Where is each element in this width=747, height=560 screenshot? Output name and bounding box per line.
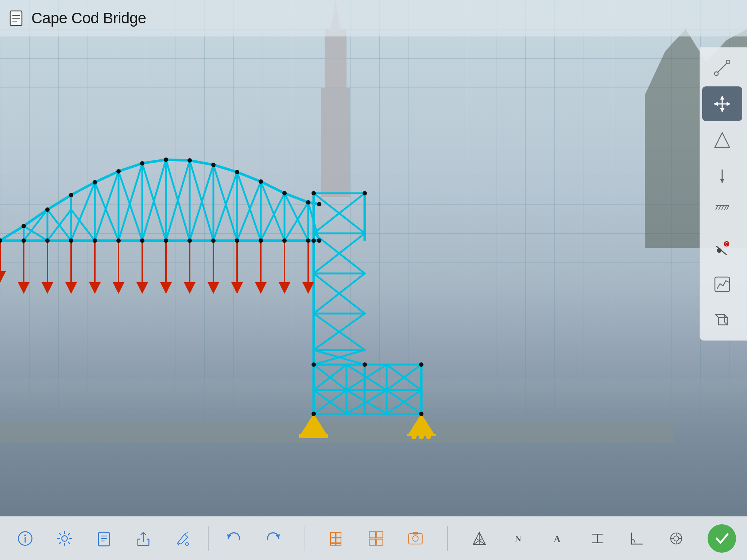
svg-line-151 — [724, 206, 727, 210]
svg-line-150 — [721, 206, 724, 210]
grid-dense-button[interactable] — [322, 524, 351, 553]
svg-point-117 — [235, 170, 239, 174]
svg-point-111 — [93, 180, 97, 184]
svg-rect-193 — [369, 532, 376, 538]
force-tool-button[interactable] — [702, 159, 742, 193]
svg-point-165 — [24, 534, 26, 536]
svg-marker-141 — [714, 102, 718, 106]
svg-point-127 — [419, 362, 423, 367]
svg-line-173 — [59, 533, 61, 534]
measure-button[interactable] — [662, 524, 690, 553]
svg-marker-143 — [715, 133, 729, 147]
svg-rect-189 — [336, 532, 341, 537]
svg-point-134 — [715, 72, 718, 75]
svg-point-125 — [311, 362, 316, 367]
svg-point-212 — [674, 536, 679, 541]
delete-tool-button[interactable] — [702, 231, 742, 265]
svg-point-129 — [419, 412, 423, 416]
line-tool-button[interactable] — [702, 50, 742, 85]
svg-marker-140 — [720, 108, 724, 112]
svg-point-96 — [93, 238, 97, 243]
svg-rect-196 — [377, 539, 383, 545]
bottom-center-group — [322, 524, 430, 553]
svg-rect-192 — [336, 543, 341, 545]
svg-line-174 — [68, 542, 69, 543]
svg-point-113 — [140, 161, 144, 166]
settings-button[interactable] — [50, 524, 79, 553]
svg-point-94 — [45, 238, 50, 243]
svg-marker-160 — [716, 315, 727, 318]
svg-point-115 — [187, 158, 192, 163]
svg-point-112 — [116, 169, 121, 174]
svg-line-136 — [718, 63, 727, 72]
svg-rect-158 — [715, 277, 729, 292]
confirm-button[interactable] — [708, 524, 736, 553]
svg-line-152 — [727, 206, 729, 210]
redo-button[interactable] — [259, 524, 287, 553]
svg-line-30 — [71, 182, 95, 241]
svg-line-175 — [68, 533, 69, 534]
svg-rect-190 — [336, 538, 341, 543]
undo-button[interactable] — [220, 524, 248, 553]
support-base-left — [299, 434, 328, 438]
roller-circle-1 — [411, 434, 417, 439]
3d-tool-button[interactable] — [702, 303, 742, 338]
svg-point-104 — [282, 238, 287, 243]
bridge-canvas[interactable]: .bridge-member { stroke: #00BFDF; stroke… — [0, 0, 747, 560]
info-button[interactable] — [11, 524, 39, 553]
svg-point-116 — [211, 163, 216, 167]
svg-marker-186 — [276, 534, 280, 538]
svg-point-119 — [282, 191, 287, 195]
toolbar-divider-3 — [447, 526, 448, 551]
svg-point-121 — [317, 202, 321, 206]
svg-point-98 — [140, 238, 144, 243]
svg-point-97 — [116, 238, 121, 243]
results-tool-button[interactable] — [702, 267, 742, 302]
svg-point-167 — [62, 536, 67, 541]
triangle-load-tool-button[interactable] — [702, 122, 742, 157]
text-button[interactable]: A — [544, 524, 572, 553]
bottom-left-group — [11, 524, 287, 553]
paint-button[interactable] — [169, 524, 197, 553]
node-button[interactable]: N — [504, 524, 533, 553]
bottom-right-group: N A — [465, 524, 690, 553]
grid-sparse-button[interactable] — [362, 524, 390, 553]
svg-text:N: N — [515, 534, 521, 543]
svg-point-128 — [311, 412, 316, 416]
toolbar-divider-2 — [305, 526, 305, 551]
svg-point-126 — [363, 362, 367, 367]
svg-line-14 — [0, 226, 24, 241]
svg-point-118 — [259, 179, 263, 184]
svg-point-99 — [164, 238, 168, 243]
share-button[interactable] — [129, 524, 158, 553]
svg-marker-139 — [720, 96, 724, 100]
svg-point-100 — [187, 238, 192, 243]
svg-rect-188 — [330, 538, 336, 543]
document-icon — [7, 9, 25, 27]
svg-line-182 — [177, 543, 179, 545]
support-roller-right — [409, 414, 434, 434]
right-toolbar — [700, 47, 747, 341]
svg-rect-187 — [330, 532, 336, 537]
support-tool-button[interactable] — [702, 195, 742, 229]
svg-rect-195 — [369, 539, 376, 545]
support-pin-left — [301, 414, 326, 434]
angle-button[interactable] — [623, 524, 651, 553]
notes-button[interactable] — [90, 524, 118, 553]
svg-rect-177 — [98, 532, 109, 546]
photo-button[interactable] — [401, 524, 430, 553]
svg-line-183 — [185, 532, 187, 534]
svg-line-176 — [59, 542, 61, 543]
svg-point-110 — [69, 193, 73, 197]
svg-point-103 — [259, 238, 263, 243]
svg-point-123 — [363, 191, 367, 195]
header-bar: Cape Cod Bridge — [0, 0, 747, 36]
joint-button[interactable] — [465, 524, 494, 553]
svg-marker-146 — [720, 179, 724, 183]
svg-point-114 — [164, 158, 168, 162]
section-button[interactable] — [583, 524, 612, 553]
svg-line-15 — [24, 226, 47, 241]
toolbar-divider-1 — [208, 526, 209, 551]
move-tool-button[interactable] — [702, 86, 742, 121]
svg-marker-142 — [727, 102, 730, 106]
